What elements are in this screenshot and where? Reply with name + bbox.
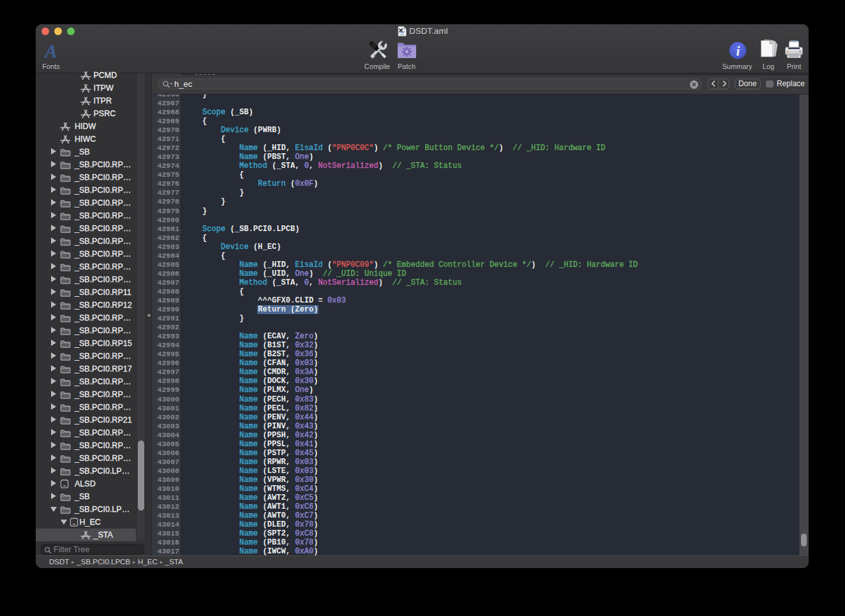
svg-text:i: i [737,43,740,59]
